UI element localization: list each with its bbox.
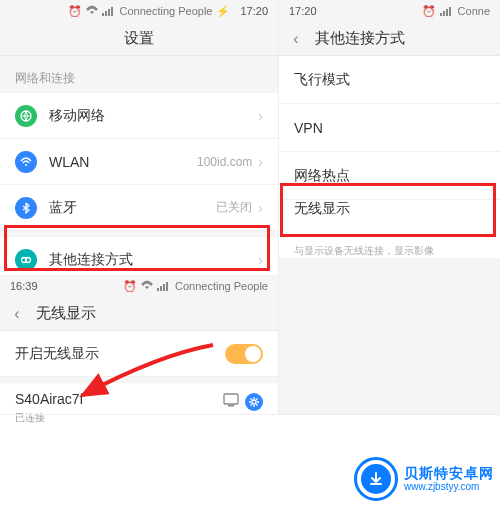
link-icon	[15, 249, 37, 271]
alarm-icon: ⏰	[68, 5, 82, 18]
svg-rect-2	[108, 9, 110, 16]
row-wireless-display[interactable]: 无线显示 与显示设备无线连接，显示影像	[279, 200, 500, 258]
download-icon	[361, 464, 391, 494]
row-label: VPN	[294, 120, 485, 136]
other-connections-screenshot: 17:20 ⏰ Conne ‹ 其他连接方式 飞行模式 VPN 网络热点 无线显…	[278, 0, 500, 415]
row-subtitle: 与显示设备无线连接，显示影像	[294, 244, 434, 258]
row-mobile-network[interactable]: 移动网络 ›	[0, 93, 278, 139]
watermark-title: 贝斯特安卓网	[404, 466, 494, 481]
row-wlan[interactable]: WLAN 100id.com ›	[0, 139, 278, 185]
signal-icon	[440, 6, 454, 16]
row-label: 无线显示	[294, 200, 350, 241]
svg-rect-14	[163, 284, 165, 291]
row-airplane-mode[interactable]: 飞行模式	[279, 56, 500, 104]
chevron-right-icon: ›	[258, 108, 263, 124]
carrier-text: Connecting People	[175, 280, 268, 292]
watermark-logo	[354, 457, 398, 501]
svg-rect-11	[449, 7, 451, 16]
chevron-right-icon: ›	[258, 200, 263, 216]
carrier-text: Conne	[458, 5, 490, 17]
svg-rect-10	[446, 9, 448, 16]
wifi-icon	[86, 5, 98, 17]
settings-gear-icon[interactable]	[245, 393, 263, 411]
row-value: 已关闭	[216, 199, 252, 216]
watermark: 贝斯特安卓网 www.zjbstyy.com	[354, 457, 494, 501]
back-button[interactable]: ‹	[0, 305, 34, 323]
wifi-icon	[141, 280, 153, 292]
row-label: 移动网络	[49, 107, 258, 125]
row-label: WLAN	[49, 154, 197, 170]
device-status: 已连接	[15, 411, 263, 425]
row-label: 其他连接方式	[49, 251, 258, 269]
svg-rect-12	[157, 288, 159, 291]
signal-icon	[157, 281, 171, 291]
row-label: 飞行模式	[294, 71, 485, 89]
status-time: 17:20	[289, 5, 317, 17]
wireless-display-header: ‹ 无线显示	[0, 297, 278, 331]
row-label: 网络热点	[294, 167, 485, 185]
svg-rect-13	[160, 286, 162, 291]
alarm-icon: ⏰	[422, 5, 436, 18]
row-label: 蓝牙	[49, 199, 216, 217]
svg-rect-0	[102, 13, 104, 16]
status-bar: ⏰ Connecting People ⚡ 17:20	[0, 0, 278, 22]
alarm-icon: ⏰	[123, 280, 137, 293]
toggle-switch[interactable]	[225, 344, 263, 364]
svg-rect-16	[224, 394, 238, 404]
svg-point-5	[25, 164, 27, 166]
section-label: 网络和连接	[0, 56, 278, 93]
page-title: 无线显示	[34, 304, 96, 323]
signal-icon	[102, 6, 116, 16]
bluetooth-icon	[15, 197, 37, 219]
chevron-right-icon: ›	[258, 154, 263, 170]
screen-icon	[223, 393, 239, 411]
chevron-right-icon: ›	[258, 252, 263, 268]
svg-point-18	[252, 400, 256, 404]
svg-rect-17	[228, 405, 234, 407]
row-label: 开启无线显示	[15, 345, 225, 363]
carrier-text: Connecting People	[120, 5, 213, 17]
row-vpn[interactable]: VPN	[279, 104, 500, 152]
other-connections-header: ‹ 其他连接方式	[279, 22, 500, 56]
charging-icon: ⚡	[216, 5, 230, 18]
row-value: 100id.com	[197, 155, 252, 169]
status-time: 16:39	[10, 280, 38, 292]
page-title: 其他连接方式	[313, 29, 405, 48]
svg-rect-15	[166, 282, 168, 291]
svg-rect-8	[440, 13, 442, 16]
row-hotspot[interactable]: 网络热点	[279, 152, 500, 200]
status-bar: 16:39 ⏰ Connecting People	[0, 275, 278, 297]
row-enable-wireless-display[interactable]: 开启无线显示	[0, 331, 278, 377]
svg-rect-3	[111, 7, 113, 16]
settings-screenshot: ⏰ Connecting People ⚡ 17:20 设置 网络和连接 移动网…	[0, 0, 278, 275]
device-row[interactable]: S40Airac7f 已连接	[0, 377, 278, 435]
svg-rect-9	[443, 11, 445, 16]
page-title: 设置	[34, 29, 244, 48]
wireless-display-screenshot: 16:39 ⏰ Connecting People ‹ 无线显示 开启无线显示 …	[0, 275, 278, 415]
wlan-icon	[15, 151, 37, 173]
row-bluetooth[interactable]: 蓝牙 已关闭 ›	[0, 185, 278, 231]
status-time: 17:20	[240, 5, 268, 17]
watermark-url: www.zjbstyy.com	[404, 481, 494, 492]
mobile-network-icon	[15, 105, 37, 127]
back-button[interactable]: ‹	[279, 30, 313, 48]
status-bar: 17:20 ⏰ Conne	[279, 0, 500, 22]
svg-rect-1	[105, 11, 107, 16]
settings-header: 设置	[0, 22, 278, 56]
